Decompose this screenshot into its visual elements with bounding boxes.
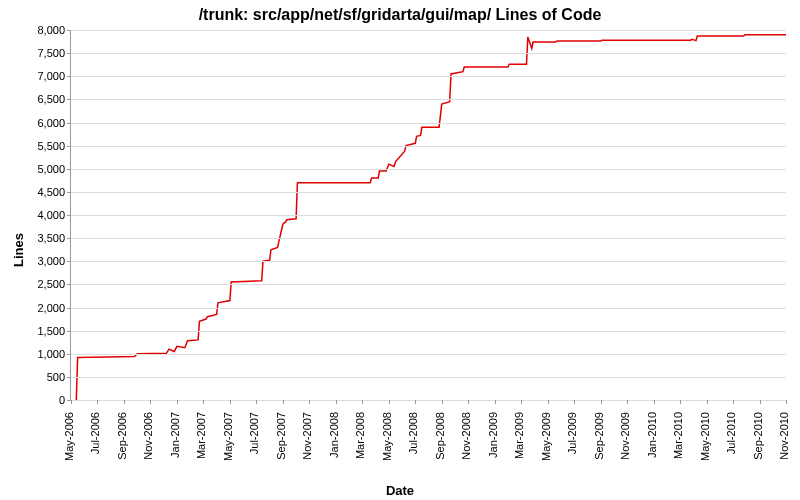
gridline xyxy=(71,99,786,100)
gridline xyxy=(71,331,786,332)
xtick-mark xyxy=(442,400,443,404)
y-axis-label: Lines xyxy=(11,233,26,267)
xtick-label: May-2006 xyxy=(63,412,75,461)
chart-title: /trunk: src/app/net/sf/gridarta/gui/map/… xyxy=(0,6,800,24)
xtick-mark xyxy=(521,400,522,404)
xtick-label: Sep-2010 xyxy=(752,412,764,460)
ytick-label: 7,500 xyxy=(37,47,71,59)
xtick-mark xyxy=(124,400,125,404)
xtick-label: Nov-2007 xyxy=(301,412,313,460)
xtick-label: Sep-2007 xyxy=(275,412,287,460)
gridline xyxy=(71,169,786,170)
gridline xyxy=(71,308,786,309)
gridline xyxy=(71,76,786,77)
ytick-label: 7,000 xyxy=(37,70,71,82)
xtick-label: Nov-2006 xyxy=(142,412,154,460)
gridline xyxy=(71,53,786,54)
ytick-label: 3,000 xyxy=(37,255,71,267)
ytick-label: 8,000 xyxy=(37,24,71,36)
xtick-label: Jul-2006 xyxy=(89,412,101,454)
xtick-label: Sep-2009 xyxy=(593,412,605,460)
gridline xyxy=(71,238,786,239)
xtick-mark xyxy=(97,400,98,404)
gridline xyxy=(71,400,786,401)
xtick-label: May-2007 xyxy=(222,412,234,461)
gridline xyxy=(71,261,786,262)
xtick-label: Jul-2010 xyxy=(725,412,737,454)
gridline xyxy=(71,192,786,193)
xtick-label: May-2008 xyxy=(381,412,393,461)
xtick-label: Mar-2009 xyxy=(513,412,525,459)
ytick-label: 6,000 xyxy=(37,117,71,129)
ytick-label: 4,500 xyxy=(37,186,71,198)
series-line xyxy=(76,35,786,400)
xtick-mark xyxy=(760,400,761,404)
xtick-label: Sep-2006 xyxy=(116,412,128,460)
xtick-mark xyxy=(654,400,655,404)
xtick-mark xyxy=(336,400,337,404)
ytick-label: 1,000 xyxy=(37,348,71,360)
xtick-mark xyxy=(283,400,284,404)
plot-area: 05001,0001,5002,0002,5003,0003,5004,0004… xyxy=(70,30,786,401)
xtick-label: May-2010 xyxy=(699,412,711,461)
gridline xyxy=(71,123,786,124)
xtick-mark xyxy=(468,400,469,404)
xtick-mark xyxy=(309,400,310,404)
xtick-mark xyxy=(230,400,231,404)
xtick-mark xyxy=(389,400,390,404)
loc-chart: /trunk: src/app/net/sf/gridarta/gui/map/… xyxy=(0,0,800,500)
xtick-label: Mar-2008 xyxy=(354,412,366,459)
ytick-label: 4,000 xyxy=(37,209,71,221)
xtick-mark xyxy=(707,400,708,404)
ytick-label: 0 xyxy=(59,394,71,406)
xtick-mark xyxy=(548,400,549,404)
xtick-label: Jan-2010 xyxy=(646,412,658,458)
xtick-label: Jan-2009 xyxy=(487,412,499,458)
gridline xyxy=(71,30,786,31)
ytick-label: 3,500 xyxy=(37,232,71,244)
xtick-mark xyxy=(71,400,72,404)
xtick-mark xyxy=(733,400,734,404)
ytick-label: 2,000 xyxy=(37,302,71,314)
xtick-label: Mar-2007 xyxy=(195,412,207,459)
xtick-label: Jul-2008 xyxy=(407,412,419,454)
ytick-label: 5,000 xyxy=(37,163,71,175)
ytick-label: 500 xyxy=(47,371,71,383)
xtick-label: Nov-2010 xyxy=(778,412,790,460)
x-axis-label: Date xyxy=(0,483,800,498)
xtick-label: May-2009 xyxy=(540,412,552,461)
xtick-label: Mar-2010 xyxy=(672,412,684,459)
xtick-mark xyxy=(150,400,151,404)
xtick-label: Jan-2007 xyxy=(169,412,181,458)
gridline xyxy=(71,146,786,147)
xtick-mark xyxy=(415,400,416,404)
xtick-label: Nov-2009 xyxy=(619,412,631,460)
gridline xyxy=(71,215,786,216)
ytick-label: 5,500 xyxy=(37,140,71,152)
xtick-mark xyxy=(601,400,602,404)
xtick-mark xyxy=(203,400,204,404)
ytick-label: 6,500 xyxy=(37,93,71,105)
xtick-label: Jul-2007 xyxy=(248,412,260,454)
xtick-mark xyxy=(574,400,575,404)
ytick-label: 2,500 xyxy=(37,278,71,290)
ytick-label: 1,500 xyxy=(37,325,71,337)
xtick-mark xyxy=(256,400,257,404)
xtick-mark xyxy=(177,400,178,404)
xtick-label: Sep-2008 xyxy=(434,412,446,460)
xtick-label: Nov-2008 xyxy=(460,412,472,460)
xtick-mark xyxy=(362,400,363,404)
gridline xyxy=(71,377,786,378)
xtick-mark xyxy=(786,400,787,404)
xtick-label: Jan-2008 xyxy=(328,412,340,458)
xtick-label: Jul-2009 xyxy=(566,412,578,454)
gridline xyxy=(71,284,786,285)
xtick-mark xyxy=(680,400,681,404)
xtick-mark xyxy=(495,400,496,404)
gridline xyxy=(71,354,786,355)
xtick-mark xyxy=(627,400,628,404)
